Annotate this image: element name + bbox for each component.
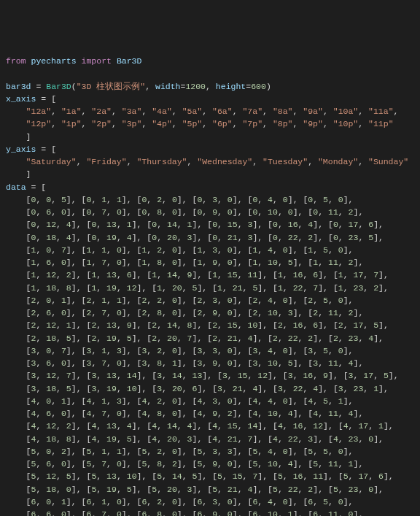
code-block: from pyecharts import Bar3D bar3d = Bar3… <box>6 55 414 516</box>
